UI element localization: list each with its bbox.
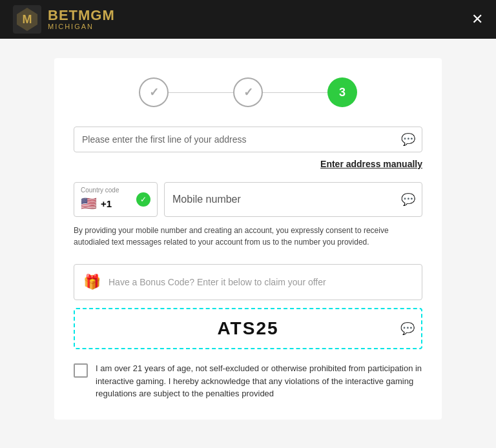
logo-area: M BETMGM MICHIGAN — [13, 5, 115, 34]
app-header: M BETMGM MICHIGAN ✕ — [0, 0, 496, 39]
country-code-selector[interactable]: Country code 🇺🇸 +1 ✓ — [74, 182, 158, 217]
country-code-label: Country code — [81, 187, 119, 194]
age-checkbox[interactable] — [74, 363, 88, 378]
enter-manually-link[interactable]: Enter address manually — [74, 159, 422, 169]
step-3: 3 — [327, 77, 357, 107]
brand-state: MICHIGAN — [48, 23, 115, 30]
promo-code-value: ATS25 — [217, 318, 278, 339]
step-line-1 — [169, 92, 233, 93]
brand-name: BETMGM — [48, 8, 115, 23]
mobile-input-group: 💬 — [164, 182, 422, 217]
gift-icon: 🎁 — [83, 274, 101, 290]
main-content: ✓ ✓ 3 💬 Enter address manually Country c… — [54, 58, 442, 420]
mobile-input[interactable] — [172, 194, 396, 205]
address-input-group: 💬 — [74, 127, 422, 152]
step-1: ✓ — [139, 77, 169, 107]
country-check-icon: ✓ — [136, 192, 150, 207]
promo-code-box: ATS25 💬 — [74, 308, 422, 349]
mobile-chat-icon: 💬 — [401, 192, 415, 207]
address-chat-icon: 💬 — [401, 132, 415, 147]
logo-text: BETMGM MICHIGAN — [48, 8, 115, 30]
country-code-number: +1 — [101, 198, 112, 209]
consent-text: By providing your mobile number and crea… — [74, 225, 422, 248]
address-input[interactable] — [82, 134, 396, 145]
phone-row: Country code 🇺🇸 +1 ✓ 💬 — [74, 182, 422, 217]
age-verification-row: I am over 21 years of age, not self-excl… — [74, 362, 422, 400]
age-checkbox-label: I am over 21 years of age, not self-excl… — [96, 362, 422, 400]
svg-text:M: M — [23, 13, 32, 26]
steps-progress: ✓ ✓ 3 — [74, 77, 422, 107]
us-flag-icon: 🇺🇸 — [81, 196, 97, 211]
promo-chat-icon: 💬 — [400, 321, 415, 336]
bonus-placeholder: Have a Bonus Code? Enter it below to cla… — [108, 277, 326, 287]
close-button[interactable]: ✕ — [471, 12, 483, 26]
betmgm-logo-icon: M — [13, 5, 41, 34]
bonus-code-box[interactable]: 🎁 Have a Bonus Code? Enter it below to c… — [74, 264, 422, 300]
country-value: 🇺🇸 +1 — [81, 196, 112, 211]
step-2: ✓ — [233, 77, 263, 107]
step-line-2 — [263, 92, 327, 93]
